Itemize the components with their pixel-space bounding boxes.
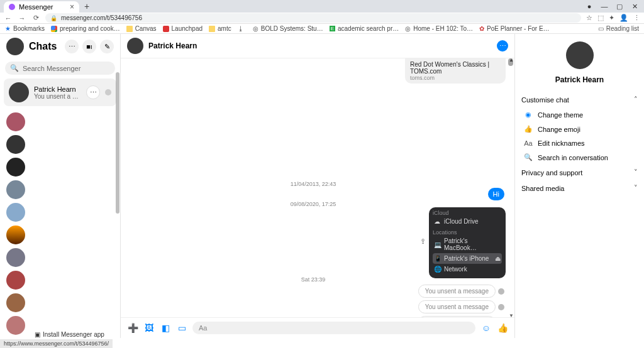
conversation-item[interactable] bbox=[6, 271, 25, 290]
bookmark-item[interactable]: Launchpad bbox=[163, 25, 203, 32]
details-section-media[interactable]: Shared media˅ bbox=[521, 180, 638, 196]
chats-menu-button[interactable]: ⋯ bbox=[65, 40, 79, 53]
browser-tab[interactable]: Messenger × bbox=[4, 1, 79, 13]
conversation-item[interactable] bbox=[6, 158, 25, 177]
theme-icon: ◉ bbox=[524, 111, 533, 119]
time-separator: Sat 23:39 bbox=[121, 276, 506, 283]
my-avatar[interactable] bbox=[6, 38, 24, 55]
message-bubble[interactable]: Hi bbox=[488, 188, 504, 200]
bookmark-item[interactable]: ⭳ bbox=[238, 25, 247, 32]
link-preview-card[interactable]: Red Dot Women's Classics | TOMS.com toms… bbox=[405, 58, 506, 84]
bookmark-item[interactable]: preparing and cook… bbox=[51, 25, 120, 32]
details-avatar[interactable] bbox=[566, 41, 594, 69]
chat-info-button[interactable]: ⋯ bbox=[497, 40, 508, 52]
star-icon[interactable]: ☆ bbox=[586, 14, 592, 22]
details-panel: Patrick Hearn Customise chat˄ ◉Change th… bbox=[515, 34, 644, 338]
search-icon: 🔍 bbox=[524, 153, 533, 161]
conversation-preview: You unsent a message · 3 d bbox=[34, 93, 81, 100]
search-conversation-button[interactable]: 🔍Search in conversation bbox=[521, 150, 638, 165]
conversation-name: Patrick Hearn bbox=[34, 85, 81, 93]
time-separator: 09/08/2020, 17:25 bbox=[121, 201, 506, 207]
window-minimize[interactable]: — bbox=[600, 3, 609, 10]
search-icon: 🔍 bbox=[10, 64, 19, 72]
conversation-item[interactable] bbox=[6, 293, 25, 312]
details-name: Patrick Hearn bbox=[521, 72, 638, 92]
open-more-button[interactable]: ➕ bbox=[127, 322, 138, 334]
reading-list-button[interactable]: ▭ Reading list bbox=[598, 25, 639, 32]
close-icon[interactable]: × bbox=[70, 3, 74, 11]
new-tab-button[interactable]: + bbox=[79, 0, 94, 13]
sidebar: Chats ⋯ ■ı ✎ 🔍 Search Messenger Patrick … bbox=[0, 34, 121, 338]
nav-back-button[interactable]: ← bbox=[4, 14, 13, 22]
address-bar: ← → ⟳ 🔒 messenger.com/t/534496756 ☆ ⬚ ✦ … bbox=[0, 13, 644, 24]
bookmark-item[interactable]: ◎Home - EH 102: To… bbox=[405, 25, 473, 32]
gif-button[interactable]: ▭ bbox=[176, 322, 187, 334]
conversation-item[interactable] bbox=[6, 180, 25, 199]
chat-header-avatar[interactable] bbox=[127, 38, 143, 54]
nav-forward-button[interactable]: → bbox=[18, 14, 26, 22]
like-button[interactable]: 👍 bbox=[497, 322, 508, 334]
conversation-item[interactable] bbox=[6, 226, 25, 244]
change-theme-button[interactable]: ◉Change theme bbox=[521, 107, 638, 122]
share-location-row[interactable]: 🌐Network bbox=[433, 264, 502, 275]
browser-titlebar: Messenger × + ● — ▢ ✕ bbox=[0, 0, 644, 13]
link-domain: toms.com bbox=[410, 75, 501, 81]
new-video-button[interactable]: ■ı bbox=[82, 40, 96, 53]
phone-icon: 📱 bbox=[434, 255, 440, 262]
chevron-down-icon: ˅ bbox=[634, 184, 638, 192]
edit-nicknames-button[interactable]: AaEdit nicknames bbox=[521, 136, 638, 150]
sticker-button[interactable]: ◧ bbox=[160, 322, 171, 334]
bookmark-item[interactable]: ◎BOLD Systems: Stu… bbox=[253, 25, 323, 32]
bookmark-item[interactable]: ★Bookmarks bbox=[5, 25, 45, 32]
message-input[interactable]: Aa bbox=[192, 322, 475, 334]
seen-indicator bbox=[105, 89, 111, 95]
window-maximize[interactable]: ▢ bbox=[615, 3, 624, 11]
extensions-icon[interactable]: ✦ bbox=[609, 14, 614, 22]
share-location-row[interactable]: ☁iCloud Drive bbox=[433, 216, 502, 227]
change-emoji-button[interactable]: 👍Change emoji bbox=[521, 122, 638, 136]
bookmark-item[interactable]: amtc bbox=[209, 25, 231, 32]
attach-photo-button[interactable]: 🖼 bbox=[143, 322, 155, 334]
text-icon: Aa bbox=[524, 139, 533, 147]
profile-avatar-icon[interactable]: 👤 bbox=[619, 14, 628, 22]
search-input[interactable]: 🔍 Search Messenger bbox=[5, 62, 115, 75]
link-title: Red Dot Women's Classics | TOMS.com bbox=[410, 61, 501, 75]
bookmark-item[interactable]: Canvas bbox=[126, 25, 157, 32]
new-message-button[interactable]: ✎ bbox=[100, 40, 114, 53]
conversation-item[interactable] bbox=[6, 316, 25, 335]
conversation-item[interactable] bbox=[6, 248, 25, 267]
eject-icon[interactable]: ⏏ bbox=[495, 255, 501, 262]
conversation-item[interactable] bbox=[6, 203, 25, 222]
chrome-menu-icon[interactable]: ⋮ bbox=[633, 14, 640, 22]
conversation-item[interactable]: Patrick Hearn You unsent a message · 3 d… bbox=[4, 79, 116, 106]
section-label: Locations bbox=[433, 229, 502, 236]
translate-icon[interactable]: ⬚ bbox=[597, 14, 604, 22]
attachment-share-sheet[interactable]: ⇪ iCloud ☁iCloud Drive Locations 💻Patric… bbox=[429, 207, 506, 278]
details-section-customise[interactable]: Customise chat˄ bbox=[521, 92, 638, 107]
conversation-scrollbar[interactable]: ▲ ▼ bbox=[508, 58, 513, 317]
sidebar-scrollbar[interactable] bbox=[116, 68, 119, 338]
seen-indicator bbox=[498, 288, 504, 295]
lock-icon: 🔒 bbox=[50, 15, 57, 21]
window-close[interactable]: ✕ bbox=[630, 3, 639, 11]
conversation-item[interactable] bbox=[6, 112, 25, 131]
conversation-item[interactable] bbox=[6, 135, 25, 154]
url-input[interactable]: 🔒 messenger.com/t/534496756 bbox=[45, 13, 581, 23]
account-dot-icon[interactable]: ● bbox=[585, 3, 594, 10]
nav-reload-button[interactable]: ⟳ bbox=[31, 14, 40, 22]
share-icon: ⇪ bbox=[420, 237, 426, 246]
browser-status-bar: https://www.messenger.com/t/534496756/ bbox=[0, 339, 113, 348]
share-location-row[interactable]: 📱Patrick's iPhone⏏ bbox=[433, 253, 502, 264]
bookmark-item[interactable]: ✿PoE Planner - For E… bbox=[479, 25, 549, 32]
bookmark-item[interactable]: Eacademic search pr… bbox=[330, 25, 399, 32]
install-app-banner[interactable]: ▣ Install Messenger app bbox=[35, 331, 104, 338]
section-label: iCloud bbox=[433, 210, 502, 216]
network-icon: 🌐 bbox=[434, 266, 440, 273]
share-location-row[interactable]: 💻Patrick's MacBook… bbox=[433, 236, 502, 253]
conversation-options-button[interactable]: ⋯ bbox=[86, 85, 100, 99]
conversation-list bbox=[0, 107, 120, 338]
emoji-picker-button[interactable]: ☺ bbox=[480, 322, 492, 334]
details-section-privacy[interactable]: Privacy and support˅ bbox=[521, 165, 638, 180]
seen-indicator bbox=[498, 304, 504, 310]
conversation-panel: Patrick Hearn ⋯ Red Dot Women's Classics… bbox=[121, 34, 515, 338]
